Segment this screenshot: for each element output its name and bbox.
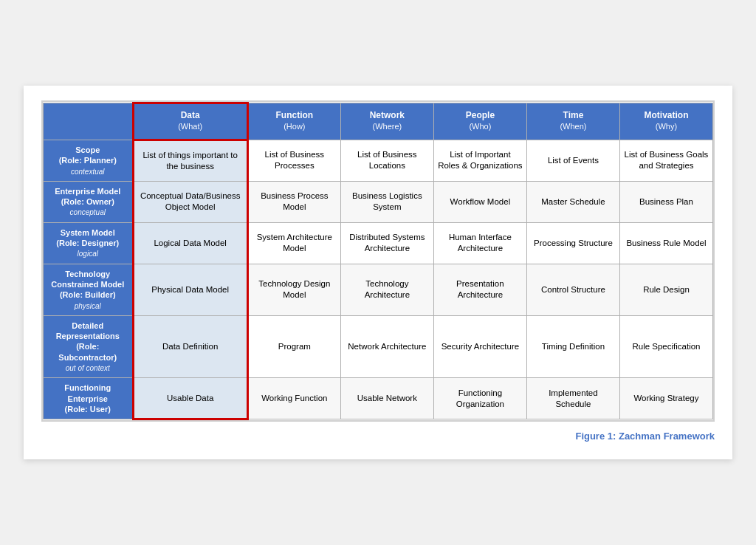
row-header-3: Technology Constrained Model(Role: Build… bbox=[44, 264, 134, 315]
col-label-function: Function bbox=[276, 110, 314, 120]
cell-data-0: List of things important to the business bbox=[133, 140, 247, 181]
cell-time-4: Timing Definition bbox=[526, 315, 619, 377]
col-header-function: Function (How) bbox=[247, 103, 340, 140]
table-row: Scope(Role: Planner)contextualList of th… bbox=[44, 140, 713, 181]
row-header-5: Functioning Enterprise(Role: User) bbox=[44, 378, 134, 419]
row-header-0: Scope(Role: Planner)contextual bbox=[44, 140, 134, 181]
cell-function-2: System Architecture Model bbox=[247, 222, 340, 264]
cell-people-1: Workflow Model bbox=[433, 181, 526, 222]
col-sub-motivation: (Why) bbox=[656, 122, 677, 131]
cell-time-5: Implemented Schedule bbox=[526, 378, 619, 419]
table-body: Scope(Role: Planner)contextualList of th… bbox=[44, 140, 713, 419]
col-header-motivation: Motivation (Why) bbox=[619, 103, 712, 140]
cell-time-1: Master Schedule bbox=[526, 181, 619, 222]
zachman-table: Data (What) Function (How) Network (Wher… bbox=[43, 102, 713, 420]
cell-data-3: Physical Data Model bbox=[133, 264, 247, 315]
col-label-time: Time bbox=[563, 110, 584, 120]
framework-table-wrapper: Data (What) Function (How) Network (Wher… bbox=[41, 100, 715, 422]
cell-data-2: Logical Data Model bbox=[133, 222, 247, 264]
col-label-motivation: Motivation bbox=[644, 110, 688, 120]
cell-time-3: Control Structure bbox=[526, 264, 619, 315]
cell-motivation-1: Business Plan bbox=[619, 181, 712, 222]
col-sub-network: (Where) bbox=[372, 122, 402, 131]
row-header-4: Detailed Representations(Role: Subcontra… bbox=[44, 315, 134, 377]
cell-time-0: List of Events bbox=[526, 140, 619, 181]
col-header-data: Data (What) bbox=[133, 103, 247, 140]
row-header-2: System Model(Role: Designer)logical bbox=[44, 222, 134, 264]
col-label-people: People bbox=[466, 110, 495, 120]
cell-motivation-0: List of Business Goals and Strategies bbox=[619, 140, 712, 181]
cell-function-4: Program bbox=[247, 315, 340, 377]
cell-motivation-5: Working Strategy bbox=[619, 378, 712, 419]
figure-caption: Figure 1: Zachman Framework bbox=[41, 431, 715, 442]
cell-function-5: Working Function bbox=[247, 378, 340, 419]
row-header-1: Enterprise Model(Role: Owner)conceptual bbox=[44, 181, 134, 222]
cell-function-3: Technology Design Model bbox=[247, 264, 340, 315]
cell-people-5: Functioning Organization bbox=[433, 378, 526, 419]
cell-people-4: Security Architecture bbox=[433, 315, 526, 377]
col-sub-data: (What) bbox=[178, 122, 202, 131]
cell-motivation-3: Rule Design bbox=[619, 264, 712, 315]
cell-network-1: Business Logistics System bbox=[340, 181, 433, 222]
cell-people-3: Presentation Architecture bbox=[433, 264, 526, 315]
cell-motivation-2: Business Rule Model bbox=[619, 222, 712, 264]
col-header-time: Time (When) bbox=[526, 103, 619, 140]
cell-data-1: Conceptual Data/Business Object Model bbox=[133, 181, 247, 222]
cell-function-0: List of Business Processes bbox=[247, 140, 340, 181]
table-row: Enterprise Model(Role: Owner)conceptualC… bbox=[44, 181, 713, 222]
col-header-network: Network (Where) bbox=[340, 103, 433, 140]
table-row: System Model(Role: Designer)logicalLogic… bbox=[44, 222, 713, 264]
cell-people-2: Human Interface Architecture bbox=[433, 222, 526, 264]
col-label-data: Data bbox=[181, 110, 200, 120]
header-row: Data (What) Function (How) Network (Wher… bbox=[44, 103, 713, 140]
col-label-network: Network bbox=[370, 110, 405, 120]
cell-motivation-4: Rule Specification bbox=[619, 315, 712, 377]
corner-cell bbox=[44, 103, 134, 140]
col-sub-time: (When) bbox=[560, 122, 586, 131]
col-sub-people: (Who) bbox=[469, 122, 491, 131]
cell-network-3: Technology Architecture bbox=[340, 264, 433, 315]
table-row: Technology Constrained Model(Role: Build… bbox=[44, 264, 713, 315]
cell-data-5: Usable Data bbox=[133, 378, 247, 419]
cell-function-1: Business Process Model bbox=[247, 181, 340, 222]
table-row: Functioning Enterprise(Role: User)Usable… bbox=[44, 378, 713, 419]
cell-time-2: Processing Structure bbox=[526, 222, 619, 264]
cell-network-2: Distributed Systems Architecture bbox=[340, 222, 433, 264]
cell-people-0: List of Important Roles & Organizations bbox=[433, 140, 526, 181]
table-row: Detailed Representations(Role: Subcontra… bbox=[44, 315, 713, 377]
cell-data-4: Data Definition bbox=[133, 315, 247, 377]
cell-network-4: Network Architecture bbox=[340, 315, 433, 377]
page-container: Data (What) Function (How) Network (Wher… bbox=[24, 86, 732, 459]
col-sub-function: (How) bbox=[284, 122, 305, 131]
cell-network-0: List of Business Locations bbox=[340, 140, 433, 181]
col-header-people: People (Who) bbox=[433, 103, 526, 140]
cell-network-5: Usable Network bbox=[340, 378, 433, 419]
